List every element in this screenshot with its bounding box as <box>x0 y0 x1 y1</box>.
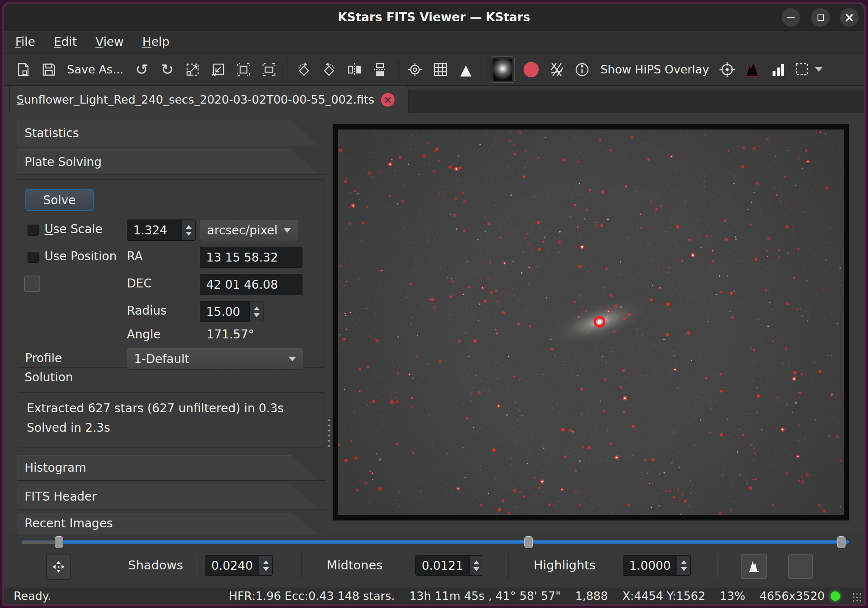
status-cursor-xy: X:4454 Y:1562 <box>622 589 706 602</box>
stretch-toggle-button[interactable]: ▲ <box>456 57 476 82</box>
spin-up-icon[interactable] <box>473 560 479 564</box>
profile-dropdown[interactable]: 1-Default <box>127 348 303 370</box>
tab-close-button[interactable]: × <box>381 93 395 107</box>
statistics-button[interactable] <box>768 57 788 82</box>
radius-value: 15.00 <box>200 301 249 322</box>
solve-button[interactable]: Solve <box>25 189 94 211</box>
menu-file[interactable]: File <box>15 35 35 49</box>
ra-input[interactable]: 13 15 58.32 <box>200 247 302 268</box>
histogram-button[interactable] <box>741 554 767 579</box>
menu-help[interactable]: Help <box>143 35 170 49</box>
undo-icon: ↺ <box>135 62 148 77</box>
scale-units-dropdown[interactable]: arcsec/pixel <box>200 219 298 241</box>
show-stars-button[interactable] <box>491 56 515 83</box>
shadows-spinbox[interactable]: 0.0240 <box>205 555 273 576</box>
minimize-button[interactable] <box>781 8 800 27</box>
maximize-button[interactable] <box>811 8 830 27</box>
crosshair-icon <box>407 62 423 78</box>
save-file-button[interactable] <box>39 57 59 82</box>
highlights-value: 1.0000 <box>623 556 677 575</box>
tab-plate-solving[interactable]: Plate Solving <box>17 149 326 175</box>
bar-chart-icon <box>770 62 786 78</box>
rotate-cw-button[interactable] <box>319 57 339 82</box>
zoom-in-button[interactable] <box>183 57 202 82</box>
spin-up-icon[interactable] <box>254 307 260 310</box>
highlights-spinbox[interactable]: 1.0000 <box>623 555 691 576</box>
spin-down-icon[interactable] <box>681 567 687 571</box>
open-file-icon <box>16 62 31 77</box>
tab-fits-header[interactable]: FITS Header <box>17 484 326 509</box>
pan-mode-button[interactable] <box>46 554 71 580</box>
open-file-button[interactable] <box>14 57 33 82</box>
mark-stars-button[interactable] <box>521 57 541 82</box>
resize-grip[interactable] <box>852 592 862 602</box>
shadows-spin-arrows[interactable] <box>259 556 272 575</box>
spin-down-icon[interactable] <box>263 567 269 571</box>
status-pixel-value: 1,888 <box>575 589 608 602</box>
flip-horizontal-button[interactable] <box>345 57 364 82</box>
starfield-canvas[interactable] <box>338 129 844 515</box>
flip-vertical-button[interactable] <box>370 57 390 82</box>
zoom-actual-size-button[interactable] <box>259 57 279 82</box>
kstars-fits-viewer-window: KStars FITS Viewer — KStars × File Edit … <box>2 2 866 606</box>
auto-stretch-toggle[interactable] <box>788 554 813 579</box>
midtones-spin-arrows[interactable] <box>469 556 483 575</box>
menu-view[interactable]: View <box>95 35 123 49</box>
selection-dropdown-caret[interactable] <box>815 67 823 72</box>
close-icon: × <box>844 11 854 24</box>
tab-fits-header-label: FITS Header <box>25 484 97 509</box>
spin-up-icon[interactable] <box>186 225 192 229</box>
radius-spin-arrows[interactable] <box>249 301 263 322</box>
dec-input[interactable]: 42 01 46.08 <box>200 274 302 295</box>
pixel-grid-button[interactable] <box>547 57 566 82</box>
titlebar[interactable]: KStars FITS Viewer — KStars × <box>4 4 864 31</box>
tab-statistics[interactable]: Statistics <box>17 121 326 146</box>
show-hips-overlay-button[interactable]: Show HiPS Overlay <box>598 57 711 82</box>
grid-overlay-button[interactable] <box>431 57 450 82</box>
use-position-checkbox[interactable] <box>28 252 39 263</box>
tab-histogram[interactable]: Histogram <box>17 455 326 481</box>
image-tab-label: Sunflower_Light_Red_240_secs_2020-03-02T… <box>17 93 374 106</box>
ra-value: 13 15 58.32 <box>206 251 278 265</box>
center-crosshair-button[interactable] <box>717 57 737 82</box>
redo-button[interactable]: ↻ <box>157 57 177 82</box>
status-right-cluster: HFR:1.96 Ecc:0.43 148 stars. 13h 11m 45s… <box>229 589 825 602</box>
tabbar: Sunflower_Light_Red_240_secs_2020-03-02T… <box>4 86 864 113</box>
spin-up-icon[interactable] <box>263 560 269 564</box>
shadows-slider-handle[interactable] <box>55 536 63 548</box>
menu-edit[interactable]: Edit <box>54 35 77 49</box>
separator <box>508 553 509 579</box>
highlights-slider-handle[interactable] <box>837 536 846 548</box>
statusbar: Ready. HFR:1.96 Ecc:0.43 148 stars. 13h … <box>4 588 864 604</box>
selection-stat-button[interactable] <box>794 57 823 82</box>
close-button[interactable]: × <box>840 8 859 27</box>
midtones-spinbox[interactable]: 0.0121 <box>415 555 483 576</box>
splitter-handle[interactable] <box>328 418 331 448</box>
spin-down-icon[interactable] <box>473 567 479 571</box>
spin-down-icon[interactable] <box>254 313 260 317</box>
spin-down-icon[interactable] <box>186 232 192 236</box>
save-as-button[interactable]: Save As... <box>64 57 126 82</box>
zoom-fit-button[interactable] <box>234 57 253 82</box>
tab-recent-images[interactable]: Recent Images <box>17 513 326 534</box>
status-led-icon <box>831 591 840 601</box>
undo-button[interactable]: ↺ <box>132 57 151 82</box>
extra-checkbox[interactable] <box>24 276 40 292</box>
midtones-slider-handle[interactable] <box>524 536 533 548</box>
fits-info-button[interactable] <box>572 57 592 82</box>
image-tab[interactable]: Sunflower_Light_Red_240_secs_2020-03-02T… <box>9 86 408 113</box>
status-sky-coords: 13h 11m 45s , 41° 58' 57" <box>409 589 561 602</box>
histogram-overlay-button[interactable] <box>743 57 762 82</box>
scale-spinbox[interactable]: 1.324 <box>127 220 196 241</box>
spin-up-icon[interactable] <box>681 560 687 564</box>
stretch-slider-track[interactable] <box>21 540 849 544</box>
radius-spinbox[interactable]: 15.00 <box>200 301 263 322</box>
use-scale-checkbox[interactable] <box>28 225 39 236</box>
target-icon <box>718 61 736 79</box>
scale-spin-arrows[interactable] <box>182 220 195 240</box>
center-telescope-button[interactable] <box>405 57 425 82</box>
rotate-ccw-button[interactable] <box>294 57 314 82</box>
maximize-icon <box>818 14 824 21</box>
zoom-out-button[interactable] <box>208 57 228 82</box>
highlights-spin-arrows[interactable] <box>677 556 690 575</box>
